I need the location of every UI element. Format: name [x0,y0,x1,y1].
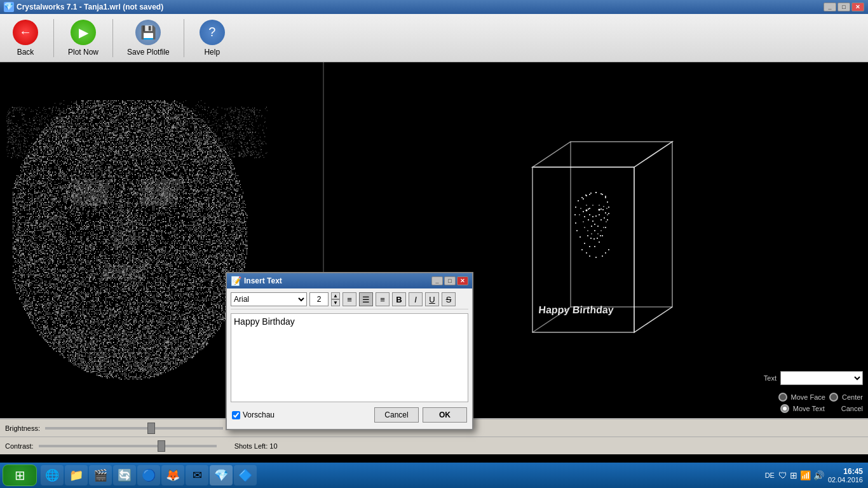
text-input[interactable]: Happy Birthday| [231,313,468,402]
maximize-button[interactable]: □ [837,3,850,11]
dialog-close-button[interactable]: ✕ [457,276,468,285]
dialog-maximize-button[interactable]: □ [444,276,456,285]
toolbar-separator [53,19,54,57]
taskbar-date: 02.04.2016 [828,476,863,484]
dialog-titlebar: 📝 Insert Text _ □ ✕ [227,273,472,288]
plot-icon: ▶ [71,20,96,45]
ok-button[interactable]: OK [423,407,467,423]
taskbar-folder[interactable]: 📁 [65,465,88,485]
shots-label: Shots Left: 10 [234,442,278,450]
taskbar-media[interactable]: 🎬 [89,465,112,485]
toolbar-separator3 [184,19,184,57]
save-label: Save Plotfile [127,48,170,57]
align-center-button[interactable]: ☰ [359,292,373,306]
dialog-footer: Vorschau Cancel OK [231,405,468,425]
dialog-title: Insert Text [244,276,282,285]
italic-button[interactable]: I [409,292,423,306]
font-select[interactable]: Arial [231,292,307,306]
dialog-overlay: 📝 Insert Text _ □ ✕ Arial [0,62,868,418]
taskbar-email[interactable]: ✉ [186,465,208,485]
taskbar: ⊞ 🌐 📁 🎬 🔄 🔵 🦊 ✉ 💎 🔷 DE 🛡 ⊞ 📶 🔊 16:45 02.… [0,463,868,488]
tray-windows[interactable]: ⊞ [790,470,797,480]
taskbar-locale: DE [765,471,775,479]
brightness-slider[interactable] [45,427,223,430]
font-size-spinner: ▲ ▼ [331,292,340,306]
close-button[interactable]: ✕ [851,3,864,11]
taskbar-ie[interactable]: 🌐 [41,465,64,485]
align-right-button[interactable]: ≡ [376,292,390,306]
sys-tray: 🛡 ⊞ 📶 🔊 [778,470,824,480]
tray-antivirus[interactable]: 🛡 [778,470,787,480]
taskbar-chrome[interactable]: 🔵 [137,465,160,485]
tray-volume[interactable]: 🔊 [813,470,824,480]
vorschau-label: Vorschau [243,410,275,419]
taskbar-right: DE 🛡 ⊞ 📶 🔊 16:45 02.04.2016 [765,467,865,484]
main-content: Happy Birthday Text Move Face Center [0,62,868,418]
back-icon: ← [13,20,38,45]
taskbar-apps: 🌐 📁 🎬 🔄 🔵 🦊 ✉ 💎 🔷 [41,465,257,485]
contrast-row: Contrast: Shots Left: 10 [0,437,868,454]
brightness-label: Brightness: [5,424,40,432]
dialog-buttons: Cancel OK [374,407,467,423]
tray-network[interactable]: 📶 [800,470,811,480]
contrast-slider[interactable] [39,445,217,447]
dialog-minimize-button[interactable]: _ [431,276,443,285]
taskbar-logo[interactable]: 🔷 [234,465,257,485]
plot-button[interactable]: ▶ Plot Now [63,17,104,59]
help-icon: ? [200,20,225,45]
vorschau-checkbox[interactable] [232,411,240,419]
back-label: Back [17,48,34,57]
font-size-input[interactable] [309,292,329,306]
contrast-label: Contrast: [5,442,34,450]
cancel-button[interactable]: Cancel [374,407,419,423]
align-left-button[interactable]: ≡ [342,292,356,306]
save-icon: 💾 [135,20,161,45]
insert-text-dialog: 📝 Insert Text _ □ ✕ Arial [226,272,473,430]
help-label: Help [204,48,220,57]
font-toolbar: Arial ▲ ▼ ≡ ☰ ≡ B I U S [231,292,468,309]
vorschau-checkbox-row: Vorschau [232,410,275,419]
back-button[interactable]: ← Back [6,17,44,59]
plot-label: Plot Now [68,48,98,57]
taskbar-crystalworks[interactable]: 💎 [210,465,233,485]
toolbar-separator2 [112,19,113,57]
window-title: Crystalworks 7.1 - Tanja1.wrl (not saved… [17,3,163,11]
app-icon: 💎 [4,2,14,12]
dialog-body: Arial ▲ ▼ ≡ ☰ ≡ B I U S Happy Birth [227,288,472,429]
title-bar: 💎 Crystalworks 7.1 - Tanja1.wrl (not sav… [0,0,868,14]
taskbar-time: 16:45 [828,467,863,476]
start-button[interactable]: ⊞ [3,464,37,486]
taskbar-update[interactable]: 🔄 [113,465,136,485]
font-size-up[interactable]: ▲ [331,292,340,299]
toolbar: ← Back ▶ Plot Now 💾 Save Plotfile ? Help [0,14,868,62]
taskbar-firefox[interactable]: 🦊 [161,465,184,485]
save-button[interactable]: 💾 Save Plotfile [122,17,175,59]
font-size-down[interactable]: ▼ [331,299,340,306]
underline-button[interactable]: U [425,292,439,306]
strikethrough-button[interactable]: S [442,292,456,306]
bold-button[interactable]: B [392,292,406,306]
help-button[interactable]: ? Help [193,17,231,59]
clock-area: 16:45 02.04.2016 [828,467,863,484]
minimize-button[interactable]: _ [824,3,836,11]
